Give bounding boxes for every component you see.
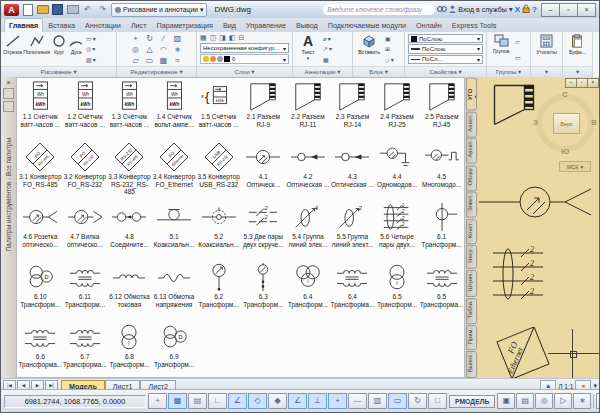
hatch-tool-icon[interactable]: ▨: [86, 56, 92, 63]
palette-item[interactable]: 5.2Коаксиальн...: [196, 201, 241, 261]
infer-constraints-toggle[interactable]: +: [148, 393, 167, 409]
new-button[interactable]: [21, 4, 34, 16]
linetype-dropdown[interactable]: ПоСл...▾: [408, 55, 483, 64]
palette-tab-4[interactable]: Обору...: [466, 165, 477, 191]
palette-item[interactable]: I6.5Трансформ...: [375, 261, 420, 321]
group-button[interactable]: Группа: [489, 33, 513, 65]
polyline-tool[interactable]: Полилиния: [23, 33, 50, 65]
palette-item[interactable]: 2.1 РазъемRJ-9: [241, 81, 286, 141]
palette-tab-6[interactable]: Конст...: [466, 219, 477, 244]
palette-tab-1[interactable]: УГО д...: [466, 78, 477, 111]
circle-tool[interactable]: Круг: [51, 33, 67, 65]
palette-item[interactable]: 6.1Трансформ...: [419, 201, 464, 261]
selection-cycling-toggle[interactable]: ↻: [408, 393, 427, 409]
utilities-button[interactable]: Утилиты: [536, 33, 556, 65]
ribbon-tab-9[interactable]: Подключаемые модули: [323, 18, 411, 32]
palette-item[interactable]: x{kWh1.5 Счётчикватт-часов ...: [196, 81, 241, 141]
ribbon-tab-2[interactable]: Вставка: [43, 18, 80, 32]
dimension-tool-icon[interactable]: ⌀: [323, 35, 327, 42]
ribbon-tab-6[interactable]: Вид: [218, 18, 241, 32]
palette-item[interactable]: I6.8Трансформ...: [107, 321, 152, 378]
palette-item[interactable]: I6.4Трансформ...: [286, 261, 331, 321]
palette-item[interactable]: RS-232RS-4853.3 КонверторRS-232_RS-485: [107, 141, 152, 201]
layer-isolate-icon[interactable]: ◨: [219, 34, 226, 42]
palette-item[interactable]: 2.3 РазъемRJ-14: [330, 81, 375, 141]
otrack-toggle[interactable]: ∠: [288, 393, 307, 409]
undo-button[interactable]: ↶: [81, 4, 94, 16]
offset-icon[interactable]: ≈: [171, 55, 185, 66]
dynamic-input-toggle[interactable]: +: [328, 393, 347, 409]
palette-item[interactable]: D6.9Трансформ...: [152, 321, 197, 378]
viewcube[interactable]: С З В Ю Верх: [534, 92, 596, 154]
explode-icon[interactable]: ∗: [171, 44, 185, 55]
palette-autohide-icon[interactable]: [3, 101, 14, 112]
array-icon[interactable]: ▦: [157, 55, 171, 66]
panel-label-draw[interactable]: Рисование ▾: [1, 66, 116, 77]
palette-item[interactable]: WhkWh1.1 Счётчикватт-часов ...: [18, 81, 63, 141]
palette-item[interactable]: 4.5Многомодо...: [419, 141, 464, 201]
move-icon[interactable]: +: [129, 33, 143, 44]
palette-item[interactable]: FORS-4853.1 КонверторFO_RS-485: [18, 141, 63, 201]
line-tool[interactable]: Отрезок: [3, 33, 22, 65]
doc-close-button[interactable]: ×: [587, 78, 599, 88]
palette-item[interactable]: 22225.6 Четырепары двух...: [375, 201, 420, 261]
palette-item[interactable]: FOEthernet3.4 КонверторFO_Ethernet: [152, 141, 197, 201]
exchange-apps-icon[interactable]: X: [515, 5, 520, 14]
annotation-monitor-toggle[interactable]: □: [428, 393, 447, 409]
chevron-down-icon[interactable]: ▾: [93, 56, 96, 63]
panel-label-block[interactable]: Блок ▾: [353, 66, 404, 77]
table-tool-icon[interactable]: ▦: [323, 56, 329, 63]
mirror-icon[interactable]: △: [143, 44, 157, 55]
palette-tab-9[interactable]: Табли...: [466, 298, 477, 324]
palette-item[interactable]: 25.5 Группалиний элект...: [330, 201, 375, 261]
show-motion-icon[interactable]: ▷: [554, 393, 572, 409]
palette-item[interactable]: 6.2Трансформ...: [196, 261, 241, 321]
ribbon-tab-7[interactable]: Управление: [241, 18, 291, 32]
panel-label-utilities[interactable]: ▾: [531, 66, 562, 77]
rectangle-tool-icon[interactable]: ▭: [86, 35, 92, 42]
palette-item[interactable]: 4.2Оптическая ...: [286, 141, 331, 201]
ribbon-tab-8[interactable]: Вывод: [291, 18, 323, 32]
dynamic-ucs-toggle[interactable]: ⊥: [308, 393, 327, 409]
chevron-down-icon[interactable]: ▾: [328, 35, 331, 42]
insert-block-button[interactable]: Вставить: [355, 33, 383, 65]
palette-item[interactable]: 4.4Одномодов...: [375, 141, 420, 201]
palette-item[interactable]: 6.5Трансформа...: [419, 261, 464, 321]
grid-toggle[interactable]: ▤: [188, 393, 207, 409]
palette-tab-11[interactable]: Вынос...: [466, 351, 477, 378]
minimize-button[interactable]: –: [541, 3, 560, 17]
erase-icon[interactable]: ▨: [171, 33, 185, 44]
palette-item[interactable]: 6.13 Обмотканапряжения: [152, 261, 197, 321]
chevron-down-icon[interactable]: ▾: [509, 5, 513, 14]
palette-item[interactable]: WhkWh1.4 Счётчиквольт-ампе...: [152, 81, 197, 141]
block-edit-icon[interactable]: ▣: [385, 35, 391, 42]
palette-item[interactable]: 2.5 РазъемRJ-45: [419, 81, 464, 141]
palette-item[interactable]: WhkWh1.3 Счётчикватт-часов ...: [107, 81, 152, 141]
lineweight-toggle[interactable]: —: [348, 393, 367, 409]
palette-tab-2[interactable]: Аннот...: [466, 112, 477, 138]
layer-state-dropdown[interactable]: Несохраненная конфигурация сло▾: [200, 43, 289, 53]
palette-item[interactable]: 6.4Трансформа...: [330, 261, 375, 321]
copy-icon[interactable]: ◎: [129, 44, 143, 55]
palette-tab-10[interactable]: Прим...: [466, 325, 477, 350]
palette-item[interactable]: 2.4 РазъемRJ-25: [375, 81, 420, 141]
drawn-optical-socket-block[interactable]: [479, 175, 600, 227]
palette-tab-7[interactable]: Несу...: [466, 245, 477, 269]
ribbon-tab-11[interactable]: Express Tools: [447, 18, 502, 32]
chevron-down-icon[interactable]: ▾: [92, 45, 95, 52]
palette-item[interactable]: 4.8Соедините...: [107, 201, 152, 261]
close-button[interactable]: ×: [577, 3, 596, 17]
palette-item[interactable]: D6.10Трансформ...: [18, 261, 63, 321]
palette-item[interactable]: 6.11Трансформ...: [63, 261, 108, 321]
drawn-fo-ethernet-block[interactable]: FO Ethernet: [494, 327, 552, 378]
palette-item[interactable]: 2.2 РазъемRJ-11: [286, 81, 331, 141]
redo-button[interactable]: ↷: [96, 4, 109, 16]
workspace-dropdown[interactable]: Рисование и аннотации ▾: [111, 3, 207, 17]
arc-tool[interactable]: Дуга: [68, 33, 84, 65]
drawing-canvas[interactable]: – ▫ × С З В Ю Верх МСК▾: [478, 77, 600, 378]
restore-button[interactable]: ▫: [559, 3, 578, 17]
palette-item[interactable]: 4.6 Розеткаоптическо...: [18, 201, 63, 261]
viewcube-south[interactable]: Ю: [561, 147, 569, 156]
help-icon[interactable]: ?: [532, 5, 537, 14]
palette-item[interactable]: 225.3 Две парыдвух скруче...: [241, 201, 286, 261]
